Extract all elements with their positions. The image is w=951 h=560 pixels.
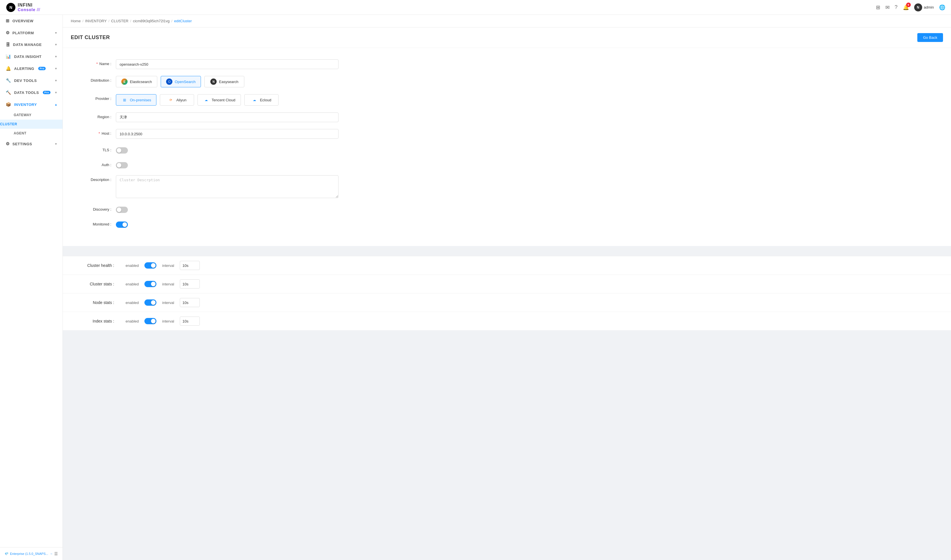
settings-arrow: ▾ [55,142,57,146]
diamond-icon: 💎 [5,552,9,556]
sidebar-label-data-manage: DATA MANAGE [13,43,42,47]
breadcrumb-sep-2: / [108,19,109,23]
breadcrumb-sep-4: / [171,19,172,23]
stats-row-node-stats: Node stats : enabled interval [63,293,951,312]
description-label: Description : [80,175,111,182]
sidebar-item-platform[interactable]: ⚙ PLATFORM ▾ [0,27,63,39]
cluster-stats-enabled-label: enabled [126,282,139,286]
cluster-stats-interval-input[interactable] [180,279,200,289]
cluster-health-interval-label: interval [162,263,174,268]
form-row-provider: Provider : ⊞ On-premises ⟳ Aliyun ☁ Tenc… [80,94,934,106]
auth-toggle-wrap [116,160,128,168]
sidebar-item-alerting[interactable]: 🔔 ALERTING Pro ▾ [0,63,63,74]
dist-elasticsearch[interactable]: E Elasticsearch [116,76,157,87]
admin-area[interactable]: N admin [914,3,934,11]
sidebar-label-inventory: INVENTORY [14,103,37,107]
sidebar-item-dev-tools[interactable]: 🔧 DEV TOOLS ▾ [0,74,63,86]
grid-icon[interactable]: ⊞ [876,4,880,11]
tls-label: TLS : [80,146,111,152]
alerting-icon: 🔔 [6,66,11,71]
aliyun-label: Aliyun [176,98,186,102]
breadcrumb-inventory[interactable]: INVENTORY [85,19,106,23]
platform-arrow: ▾ [55,31,57,35]
discovery-toggle[interactable] [116,207,128,213]
region-input[interactable] [116,112,339,122]
sidebar-item-data-insight[interactable]: 📊 DATA INSIGHT ▾ [0,51,63,63]
provider-aliyun[interactable]: ⟳ Aliyun [160,94,194,106]
distribution-label: Distribution : [80,76,111,83]
breadcrumb-cluster[interactable]: CLUSTER [111,19,128,23]
description-input[interactable] [116,175,339,198]
provider-tencent[interactable]: ☁ Tencent Cloud [197,94,241,106]
footer-text[interactable]: 💎 Enterprise (1.5.0_SNAPS... → [5,552,53,556]
tls-toggle[interactable] [116,147,128,154]
premises-label: On-premises [130,98,151,102]
host-input[interactable] [116,129,339,139]
region-label: Region : [80,112,111,119]
cluster-stats-toggle[interactable] [145,281,156,287]
admin-label: admin [924,5,934,9]
es-label: Elasticsearch [130,80,152,84]
index-stats-toggle[interactable] [145,318,156,324]
cluster-health-interval-input[interactable] [180,261,200,270]
host-required: * [98,131,100,135]
provider-on-premises[interactable]: ⊞ On-premises [116,94,156,106]
message-icon[interactable]: ✉ [885,4,889,11]
sidebar-item-inventory[interactable]: 📦 INVENTORY ▴ [0,98,63,111]
sidebar-sub-agent[interactable]: AGENT [14,129,63,138]
language-icon[interactable]: 🌐 [939,4,945,11]
sidebar-label-overview: OVERVIEW [12,19,34,23]
help-icon[interactable]: ? [895,4,898,10]
easy-label: Easysearch [219,80,239,84]
breadcrumb-cluster-id[interactable]: cicm89t3q95ich72l1vg [133,19,170,23]
menu-icon[interactable]: ☰ [54,551,58,556]
ecloud-icon: ☁ [251,97,258,103]
sidebar-item-settings[interactable]: ⚙ SETTINGS ▾ [0,138,63,150]
index-stats-enabled-label: enabled [126,319,139,323]
breadcrumb-home[interactable]: Home [71,19,81,23]
sidebar-item-overview[interactable]: ⊞ OVERVIEW [0,15,63,27]
cluster-health-slider [145,262,156,269]
tencent-icon: ☁ [203,97,209,103]
data-tools-icon: 🔨 [6,90,11,95]
breadcrumb-current: editCluster [174,19,192,23]
cluster-health-label: Cluster health : [80,263,114,268]
dev-tools-arrow: ▾ [55,79,57,83]
stats-row-cluster-health: Cluster health : enabled interval [63,256,951,275]
sidebar-label-data-insight: DATA INSIGHT [14,54,42,59]
node-stats-toggle[interactable] [145,299,156,306]
platform-icon: ⚙ [6,30,10,35]
sidebar-sub-cluster[interactable]: CLUSTER [0,120,63,129]
content: Home / INVENTORY / CLUSTER / cicm89t3q95… [63,15,951,560]
cluster-stats-slider [145,281,156,287]
index-stats-interval-label: interval [162,319,174,323]
sidebar-label-platform: PLATFORM [12,31,34,35]
cluster-stats-label: Cluster stats : [80,282,114,286]
dist-easysearch[interactable]: N Easysearch [205,76,244,87]
node-stats-enabled-label: enabled [126,300,139,305]
sidebar-item-data-tools[interactable]: 🔨 DATA TOOLS Pro ▾ [0,86,63,98]
name-input[interactable] [116,59,339,69]
go-back-button[interactable]: Go Back [917,33,943,42]
auth-toggle[interactable] [116,162,128,168]
monitored-toggle[interactable] [116,222,128,228]
sidebar-sub-gateway[interactable]: GATEWAY [14,111,63,120]
form-row-auth: Auth : [80,160,934,168]
index-stats-interval-input[interactable] [180,317,200,326]
dist-opensearch[interactable]: O OpenSearch [161,76,201,87]
cluster-stats-interval-label: interval [162,282,174,286]
page-title: EDIT CLUSTER [71,35,110,40]
cluster-health-toggle[interactable] [145,262,156,269]
notification-icon[interactable]: 🔔 9 [903,4,909,11]
sidebar-item-data-manage[interactable]: 🗄 DATA MANAGE ▾ [0,39,63,51]
form-row-name: * Name : [80,59,934,69]
tls-toggle-wrap [116,146,128,154]
data-tools-badge: Pro [43,91,51,94]
form-row-discovery: Discovery : [80,205,934,213]
ecloud-label: Ecloud [260,98,271,102]
form-row-host: * Host : [80,129,934,139]
provider-ecloud[interactable]: ☁ Ecloud [244,94,279,106]
monitored-label: Monitored : [80,220,111,226]
node-stats-interval-input[interactable] [180,298,200,307]
auth-label: Auth : [80,160,111,167]
